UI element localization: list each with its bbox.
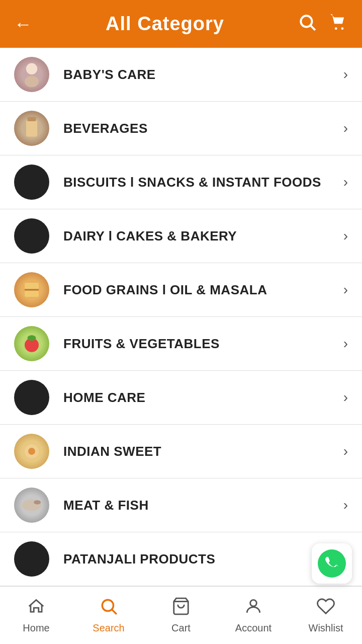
nav-label-search: Search (93, 622, 124, 634)
category-label-babys-care: BABY'S CARE (63, 67, 343, 83)
wishlist-nav-icon (316, 597, 335, 620)
category-label-meat-fish: MEAT & FISH (63, 498, 343, 513)
category-item-indian-sweet[interactable]: INDIAN SWEET › (0, 425, 362, 478)
chevron-icon-fruits: › (343, 336, 348, 352)
svg-point-5 (25, 76, 39, 87)
nav-label-wishlist: Wishlist (309, 622, 343, 634)
category-item-patanjali[interactable]: PATANJALI PRODUCTS › (0, 532, 362, 586)
account-nav-icon (244, 597, 263, 620)
category-icon-beverages (14, 111, 49, 146)
svg-point-2 (335, 27, 337, 30)
svg-point-13 (28, 448, 35, 455)
category-label-patanjali: PATANJALI PRODUCTS (63, 551, 343, 567)
category-item-babys-care[interactable]: BABY'S CARE › (0, 48, 362, 102)
page-title: All Category (106, 13, 224, 35)
search-icon[interactable] (298, 13, 317, 36)
category-icon-home-care (14, 380, 49, 415)
nav-item-cart[interactable]: Cart (145, 597, 217, 634)
nav-label-cart: Cart (171, 622, 191, 634)
svg-point-20 (250, 600, 257, 606)
category-label-food-grains: FOOD GRAINS l OIL & MASALA (63, 282, 343, 298)
category-item-meat-fish[interactable]: MEAT & FISH › (0, 478, 362, 532)
bottom-nav: Home Search Cart Accoun (0, 586, 362, 644)
svg-point-15 (34, 500, 41, 504)
whatsapp-button[interactable] (312, 543, 352, 584)
category-icon-biscuits (14, 165, 49, 200)
header-icons (298, 13, 348, 36)
svg-point-4 (26, 63, 37, 74)
nav-label-account: Account (235, 622, 272, 634)
svg-point-17 (102, 600, 113, 611)
category-item-dairy[interactable]: DAIRY l CAKES & BAKERY › (0, 209, 362, 263)
svg-point-3 (341, 27, 344, 30)
category-item-fruits[interactable]: FRUITS & VEGETABLES › (0, 317, 362, 371)
chevron-icon-indian-sweet: › (343, 443, 348, 459)
chevron-icon-biscuits: › (343, 174, 348, 190)
category-item-food-grains[interactable]: FOOD GRAINS l OIL & MASALA › (0, 263, 362, 317)
header: ← All Category (0, 0, 362, 48)
svg-rect-6 (26, 120, 37, 137)
category-icon-patanjali (14, 541, 49, 577)
category-icon-dairy (14, 218, 49, 254)
nav-item-account[interactable]: Account (217, 597, 290, 634)
category-label-fruits: FRUITS & VEGETABLES (63, 336, 343, 352)
svg-line-18 (112, 610, 117, 614)
nav-item-search[interactable]: Search (72, 597, 145, 634)
category-icon-babys-care (14, 57, 49, 92)
nav-label-home: Home (23, 622, 49, 634)
nav-item-home[interactable]: Home (0, 597, 72, 634)
category-label-indian-sweet: INDIAN SWEET (63, 444, 343, 459)
category-label-home-care: HOME CARE (63, 390, 343, 406)
cart-icon[interactable] (329, 13, 348, 36)
svg-rect-7 (28, 117, 36, 121)
category-label-beverages: BEVERAGES (63, 121, 343, 136)
svg-line-1 (311, 26, 315, 30)
chevron-icon-home-care: › (343, 389, 348, 406)
category-label-dairy: DAIRY l CAKES & BAKERY (63, 228, 343, 244)
back-button[interactable]: ← (14, 14, 32, 35)
chevron-icon-beverages: › (343, 120, 348, 136)
chevron-icon-babys-care: › (343, 66, 348, 83)
category-list: BABY'S CARE › BEVERAGES › BISCUITS l SNA… (0, 48, 362, 644)
category-icon-fruits (14, 326, 49, 361)
search-nav-icon (99, 597, 118, 620)
category-icon-meat-fish (14, 488, 49, 523)
category-icon-food-grains (14, 272, 49, 307)
chevron-icon-meat-fish: › (343, 497, 348, 513)
category-icon-indian-sweet (14, 434, 49, 469)
nav-item-wishlist[interactable]: Wishlist (290, 597, 362, 634)
category-label-biscuits: BISCUITS l SNACKS & INSTANT FOODS (63, 175, 343, 190)
category-item-beverages[interactable]: BEVERAGES › (0, 102, 362, 155)
chevron-icon-dairy: › (343, 228, 348, 244)
chevron-icon-food-grains: › (343, 282, 348, 298)
cart-nav-icon (171, 597, 191, 620)
category-item-home-care[interactable]: HOME CARE › (0, 371, 362, 425)
category-item-biscuits[interactable]: BISCUITS l SNACKS & INSTANT FOODS › (0, 155, 362, 209)
svg-point-11 (28, 335, 36, 341)
svg-point-0 (301, 16, 312, 27)
svg-point-16 (318, 549, 346, 578)
home-icon (27, 597, 46, 620)
